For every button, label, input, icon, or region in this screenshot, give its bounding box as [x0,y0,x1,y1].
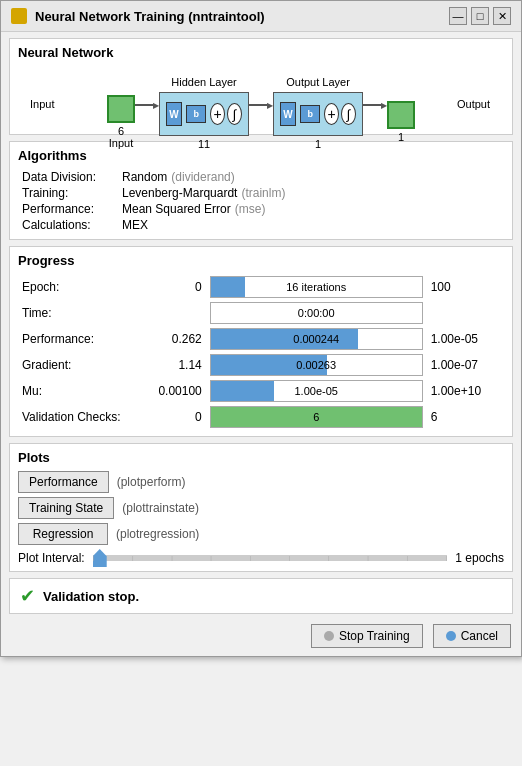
plot-button[interactable]: Regression [18,523,108,545]
status-bar: ✔ Validation stop. [9,578,513,614]
algo-row: Data Division: Random(dividerand) [18,169,504,185]
algo-value: Mean Squared Error(mse) [118,201,504,217]
progress-bar-text: 0:00:00 [298,307,335,319]
algo-value: Levenberg-Marquardt(trainlm) [118,185,504,201]
main-window: Neural Network Training (nntraintool) — … [0,0,522,657]
progress-bar-outer: 0.00263 [210,354,423,376]
algo-label: Calculations: [18,217,118,233]
progress-right-val: 1.00e-05 [427,326,504,352]
progress-right-val: 1.00e+10 [427,378,504,404]
algo-sub: (mse) [235,202,266,216]
progress-bar-text: 16 iterations [286,281,346,293]
plot-row: Training State (plottrainstate) [18,497,504,519]
arrow-output-io: ▶ [363,101,387,126]
hidden-w-box: W [166,102,182,126]
plot-interval-row: Plot Interval: |||||||||| 1 epochs [18,551,504,565]
progress-row: Performance: 0.262 0.000244 1.00e-05 [18,326,504,352]
algo-row: Performance: Mean Squared Error(mse) [18,201,504,217]
algorithms-section: Algorithms Data Division: Random(divider… [9,141,513,240]
plot-row: Regression (plotregression) [18,523,504,545]
cancel-label: Cancel [461,629,498,643]
plot-button[interactable]: Training State [18,497,114,519]
progress-title: Progress [18,253,504,268]
neural-network-title: Neural Network [18,45,504,60]
progress-bar-cell: 6 [206,404,427,430]
algo-row: Training: Levenberg-Marquardt(trainlm) [18,185,504,201]
neural-network-section: Neural Network 6 Input ▶ Hidden Layer W [9,38,513,135]
plot-interval-value: 1 epochs [455,551,504,565]
plot-interval-slider[interactable]: |||||||||| [93,555,448,561]
progress-right-val: 1.00e-07 [427,352,504,378]
input-box [107,95,135,123]
output-sum-circle: + [324,103,339,125]
progress-left-val [140,300,206,326]
title-bar: Neural Network Training (nntraintool) — … [1,1,521,32]
progress-bar-outer: 16 iterations [210,276,423,298]
progress-label: Mu: [18,378,140,404]
progress-bar-fill [211,381,274,401]
input-wrapper: 6 Input [107,77,135,149]
progress-bar-text: 0.000244 [293,333,339,345]
arrow-hidden-output: ▶ [249,101,273,126]
cancel-icon [446,631,456,641]
algo-sub: (trainlm) [241,186,285,200]
minimize-button[interactable]: — [449,7,467,25]
progress-label: Validation Checks: [18,404,140,430]
plot-sub-label: (plotregression) [116,527,199,541]
progress-right-val: 100 [427,274,504,300]
algo-label: Data Division: [18,169,118,185]
status-text: Validation stop. [43,589,139,604]
bottom-bar: Stop Training Cancel [1,618,521,656]
progress-bar-fill [211,277,245,297]
plot-button[interactable]: Performance [18,471,109,493]
nn-diagram: 6 Input ▶ Hidden Layer W b + ∫ [18,66,504,154]
close-button[interactable]: ✕ [493,7,511,25]
output-io-wrapper: 1 [387,83,415,143]
stop-training-label: Stop Training [339,629,410,643]
plots-buttons: Performance (plotperform) Training State… [18,471,504,545]
hidden-layer-label: Hidden Layer [171,76,236,88]
progress-bar-cell: 0.000244 [206,326,427,352]
progress-bar-text: 6 [313,411,319,423]
algo-value: Random(dividerand) [118,169,504,185]
output-io-box [387,101,415,129]
hidden-num: 11 [198,138,210,150]
input-label: Input [109,137,133,149]
stop-icon [324,631,334,641]
app-icon [11,8,27,24]
window-controls: — □ ✕ [449,7,511,25]
hidden-layer-wrapper: Hidden Layer W b + ∫ 11 [159,76,249,150]
algo-label: Performance: [18,201,118,217]
output-layer-label: Output Layer [286,76,350,88]
input-num: 6 [118,125,124,137]
stop-training-button[interactable]: Stop Training [311,624,423,648]
progress-bar-cell: 16 iterations [206,274,427,300]
plot-sub-label: (plottrainstate) [122,501,199,515]
output-layer-wrapper: Output Layer W b + ∫ 1 [273,76,363,150]
hidden-b-box: b [186,105,206,123]
plot-sub-label: (plotperform) [117,475,186,489]
progress-bar-cell: 1.00e-05 [206,378,427,404]
progress-label: Performance: [18,326,140,352]
progress-left-val: 0 [140,274,206,300]
plot-interval-label: Plot Interval: [18,551,85,565]
progress-bar-outer: 6 [210,406,423,428]
plot-row: Performance (plotperform) [18,471,504,493]
progress-bar-text: 1.00e-05 [295,385,338,397]
arrow-input-hidden: ▶ [135,101,159,126]
output-io-num: 1 [398,131,404,143]
algo-label: Training: [18,185,118,201]
output-layer-block: W b + ∫ [273,92,363,136]
plots-section: Plots Performance (plotperform) Training… [9,443,513,572]
algorithms-table: Data Division: Random(dividerand) Traini… [18,169,504,233]
algo-sub: (dividerand) [171,170,234,184]
progress-row: Validation Checks: 0 6 6 [18,404,504,430]
progress-label: Gradient: [18,352,140,378]
progress-table: Epoch: 0 16 iterations 100 Time: 0:00:00… [18,274,504,430]
algo-row: Calculations: MEX [18,217,504,233]
cancel-button[interactable]: Cancel [433,624,511,648]
maximize-button[interactable]: □ [471,7,489,25]
algo-value: MEX [118,217,504,233]
progress-row: Time: 0:00:00 [18,300,504,326]
output-b-box: b [300,105,320,123]
